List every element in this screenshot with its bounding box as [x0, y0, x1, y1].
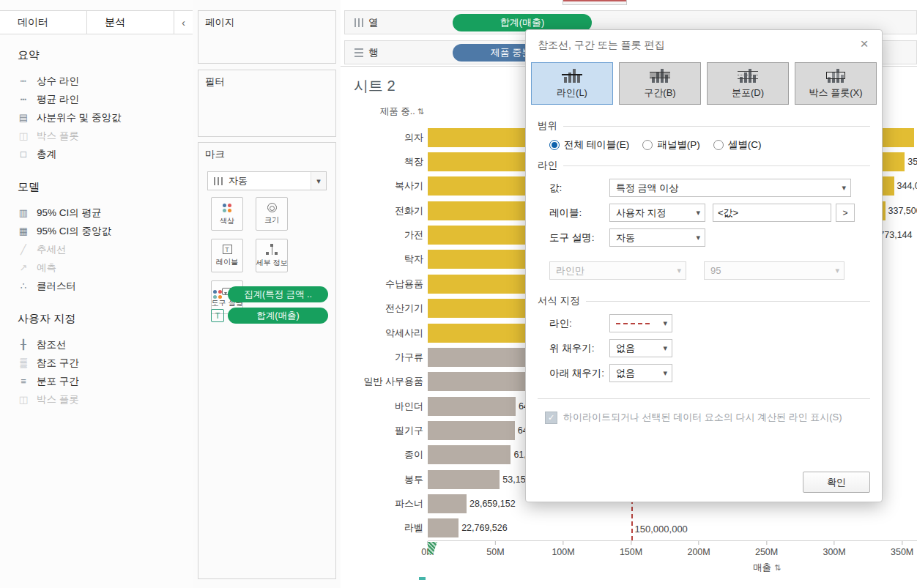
scope-radio-option[interactable]: 전체 테이블(E)	[549, 138, 629, 152]
scope-radio-label: 셀별(C)	[728, 138, 762, 152]
tooltip-row: 도구 설명: 자동 ▾	[549, 228, 870, 247]
mark-property-button[interactable]: 크기	[256, 197, 288, 231]
x-axis-title[interactable]: 매출 ⇅	[753, 562, 781, 574]
tooltip-dropdown[interactable]: 자동 ▾	[609, 228, 705, 247]
tooltip-label: 도구 설명:	[549, 231, 609, 245]
mark-shelf-icon[interactable]	[211, 288, 224, 301]
bar[interactable]	[428, 518, 459, 537]
mark-type-dropdown[interactable]: 자동 ▾	[207, 171, 327, 190]
analysis-item-label: 박스 플롯	[37, 393, 79, 406]
chevron-down-icon: ▾	[696, 208, 700, 217]
scope-radio-option[interactable]: 셀별(C)	[713, 138, 762, 152]
mark-property-label: 세부 정보	[256, 258, 288, 268]
analysis-item[interactable]: ▥ 95% CI의 평균	[18, 204, 188, 222]
analysis-item-icon: ↗	[18, 262, 29, 273]
analysis-item[interactable]: ≡ 분포 구간	[18, 372, 188, 390]
section-summary: 요약 ┉ 상수 라인 ┅ 평균 라인	[18, 48, 188, 163]
mark-property-button[interactable]: 세부 정보	[256, 239, 288, 272]
reference-type-label: 구간(B)	[644, 86, 675, 100]
analysis-item[interactable]: ∴ 클러스터	[18, 277, 188, 295]
mark-property-label: 색상	[220, 216, 234, 226]
radio-icon[interactable]	[642, 140, 653, 150]
analysis-item-label: 클러스터	[37, 280, 76, 293]
category-label: 일반 사무용품	[341, 375, 428, 388]
analysis-item[interactable]: ╂ 참조선	[18, 335, 188, 354]
sort-icon[interactable]: ⇅	[417, 107, 424, 116]
category-label: 봉투	[341, 473, 428, 486]
field-pill[interactable]: 합계(매출)	[228, 308, 328, 324]
reference-type-label: 박스 플롯(X)	[809, 86, 863, 100]
dashed-line-sample-icon	[616, 323, 650, 324]
analysis-item[interactable]: ╱ 추세선	[18, 240, 188, 258]
close-icon[interactable]: ×	[856, 36, 872, 52]
checkbox-checked-icon[interactable]: ✓	[545, 412, 557, 424]
field-pill[interactable]: 집계(특정 금액 ..	[228, 286, 328, 302]
x-axis[interactable]: 0M50M100M150M200M250M300M350M	[428, 540, 917, 572]
tab-analytics[interactable]: 분석	[87, 11, 174, 34]
chevron-down-icon[interactable]: ▾	[311, 172, 326, 190]
row-field-header[interactable]: 제품 중.. ⇅	[341, 105, 424, 118]
analysis-item[interactable]: ▤ 사분위수 및 중앙값	[18, 108, 188, 127]
analysis-item-icon: ▥	[18, 207, 29, 218]
label-value-input[interactable]	[713, 204, 831, 222]
x-axis-tick-label: 100M	[552, 547, 574, 557]
scope-section-title: 범위	[538, 119, 557, 133]
analysis-item[interactable]: ↗ 예측	[18, 258, 188, 277]
analysis-item[interactable]: ▒ 참조 구간	[18, 354, 188, 372]
filters-title: 필터	[198, 70, 335, 89]
mark-property-button[interactable]: 레이블	[211, 239, 243, 272]
analysis-item-icon: □	[18, 149, 29, 160]
dialog-body: 범위 전체 테이블(E) 패널별(P)	[538, 112, 870, 468]
reference-type-button[interactable]: 구간(B)	[619, 62, 701, 105]
scope-radio-option[interactable]: 패널별(P)	[642, 138, 700, 152]
analysis-item-label: 상수 라인	[37, 75, 79, 88]
analysis-item[interactable]: ◫ 박스 플롯	[18, 127, 188, 145]
analysis-item[interactable]: ┉ 상수 라인	[18, 72, 188, 90]
chevron-down-icon: ▾	[663, 319, 667, 328]
radio-icon[interactable]	[549, 140, 560, 150]
sort-icon[interactable]: ⇅	[774, 563, 781, 573]
reference-type-icon	[652, 68, 668, 83]
filters-shelf[interactable]: 필터	[198, 70, 336, 137]
insert-field-button[interactable]: >	[836, 204, 855, 222]
radio-icon[interactable]	[713, 140, 724, 150]
reference-type-button[interactable]: 라인(L)	[531, 62, 613, 105]
bar[interactable]	[428, 421, 515, 440]
ok-button[interactable]: 확인	[803, 472, 870, 493]
mark-property-icon	[221, 202, 233, 213]
category-label: 종이	[341, 448, 428, 461]
line-style-dropdown[interactable]: ▾	[609, 314, 672, 332]
mark-property-label: 크기	[264, 215, 279, 226]
reference-type-button[interactable]: 박스 플롯(X)	[795, 62, 877, 105]
value-dropdown[interactable]: 특정 금액 이상 ▾	[609, 179, 851, 197]
analysis-item[interactable]: ▦ 95% CI의 중앙값	[18, 222, 188, 240]
bar[interactable]	[428, 494, 467, 513]
fill-below-dropdown[interactable]: 없음 ▾	[609, 364, 672, 382]
mark-property-button[interactable]: 색상	[211, 197, 243, 231]
pages-shelf[interactable]: 페이지	[198, 10, 336, 64]
confidence-dropdown: 95 ▾	[704, 261, 844, 280]
collapse-pane-icon[interactable]: ‹	[174, 11, 193, 34]
analysis-item[interactable]: ◫ 박스 플롯	[18, 390, 188, 409]
analysis-item[interactable]: ┅ 평균 라인	[18, 90, 188, 108]
value-dropdown-text: 특정 금액 이상	[616, 182, 678, 195]
line-section-header: 라인	[538, 159, 870, 172]
analysis-item-icon: ╂	[18, 339, 29, 350]
fill-below-label: 아래 채우기:	[549, 367, 609, 380]
category-label: 가구류	[341, 351, 428, 364]
fill-above-dropdown[interactable]: 없음 ▾	[609, 339, 672, 357]
category-label: 탁자	[341, 253, 428, 266]
label-dropdown[interactable]: 사용자 지정 ▾	[609, 204, 705, 222]
line-style-row: 라인: ▾	[549, 314, 870, 332]
tab-data[interactable]: 데이터	[0, 11, 87, 34]
mark-shelf-icon[interactable]	[211, 309, 224, 322]
mark-pill-row: 집계(특정 금액 ..	[211, 286, 328, 302]
mark-property-icon	[267, 203, 277, 212]
bar[interactable]	[428, 445, 511, 464]
reference-type-button[interactable]: 분포(D)	[707, 62, 789, 105]
bar[interactable]	[428, 470, 500, 489]
bar[interactable]	[428, 397, 516, 416]
analysis-item[interactable]: □ 총계	[18, 145, 188, 163]
bar-value-label: 344,000,000	[897, 181, 917, 191]
analysis-item-icon: ▒	[18, 357, 29, 368]
